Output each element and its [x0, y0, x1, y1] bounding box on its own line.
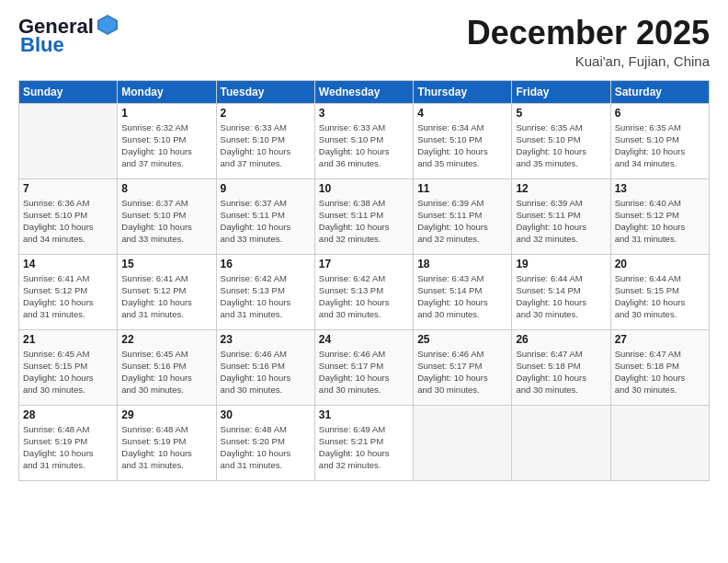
calendar-cell: 24Sunrise: 6:46 AMSunset: 5:17 PMDayligh… — [314, 329, 413, 405]
day-number: 2 — [221, 107, 311, 120]
day-number: 8 — [121, 182, 211, 195]
day-number: 14 — [23, 258, 113, 270]
day-info: Sunrise: 6:41 AMSunset: 5:12 PMDaylight:… — [121, 272, 211, 321]
calendar-cell: 30Sunrise: 6:48 AMSunset: 5:20 PMDayligh… — [216, 405, 314, 480]
day-number: 5 — [516, 107, 606, 120]
header-wednesday: Wednesday — [314, 80, 413, 103]
day-number: 1 — [121, 107, 211, 120]
day-number: 11 — [417, 182, 507, 195]
day-info: Sunrise: 6:48 AMSunset: 5:19 PMDaylight:… — [23, 423, 113, 472]
day-info: Sunrise: 6:49 AMSunset: 5:21 PMDaylight:… — [319, 423, 409, 472]
day-number: 22 — [121, 333, 211, 346]
calendar-body: 1Sunrise: 6:32 AMSunset: 5:10 PMDaylight… — [19, 103, 710, 480]
page-container: General Blue December 2025 Kuai'an, Fuji… — [0, 0, 728, 490]
calendar-cell: 19Sunrise: 6:44 AMSunset: 5:14 PMDayligh… — [512, 254, 610, 329]
day-info: Sunrise: 6:44 AMSunset: 5:15 PMDaylight:… — [615, 272, 705, 321]
calendar-cell — [512, 405, 610, 480]
day-number: 24 — [319, 333, 409, 346]
calendar-cell: 22Sunrise: 6:45 AMSunset: 5:16 PMDayligh… — [118, 329, 216, 405]
day-info: Sunrise: 6:33 AMSunset: 5:10 PMDaylight:… — [319, 121, 409, 170]
day-info: Sunrise: 6:45 AMSunset: 5:15 PMDaylight:… — [23, 348, 113, 396]
day-info: Sunrise: 6:44 AMSunset: 5:14 PMDaylight:… — [516, 272, 606, 321]
calendar-cell: 11Sunrise: 6:39 AMSunset: 5:11 PMDayligh… — [414, 178, 512, 254]
calendar-cell: 6Sunrise: 6:35 AMSunset: 5:10 PMDaylight… — [610, 103, 709, 178]
calendar-cell — [414, 405, 512, 480]
calendar-cell: 1Sunrise: 6:32 AMSunset: 5:10 PMDaylight… — [118, 103, 216, 178]
calendar-header: Sunday Monday Tuesday Wednesday Thursday… — [19, 80, 710, 103]
day-number: 21 — [23, 333, 113, 346]
calendar-week-0: 1Sunrise: 6:32 AMSunset: 5:10 PMDaylight… — [19, 103, 710, 178]
day-number: 19 — [516, 258, 606, 270]
calendar-cell: 28Sunrise: 6:48 AMSunset: 5:19 PMDayligh… — [19, 405, 118, 480]
day-info: Sunrise: 6:48 AMSunset: 5:19 PMDaylight:… — [121, 423, 211, 472]
day-number: 16 — [221, 258, 311, 270]
day-number: 27 — [615, 333, 705, 346]
header-sunday: Sunday — [19, 80, 118, 103]
day-info: Sunrise: 6:46 AMSunset: 5:17 PMDaylight:… — [417, 348, 507, 396]
day-info: Sunrise: 6:47 AMSunset: 5:18 PMDaylight:… — [615, 348, 705, 396]
calendar-cell: 26Sunrise: 6:47 AMSunset: 5:18 PMDayligh… — [512, 329, 610, 405]
day-number: 15 — [121, 258, 211, 270]
header-tuesday: Tuesday — [216, 80, 314, 103]
day-number: 13 — [615, 182, 705, 195]
calendar-cell: 14Sunrise: 6:41 AMSunset: 5:12 PMDayligh… — [19, 254, 118, 329]
day-number: 4 — [417, 107, 507, 120]
day-info: Sunrise: 6:33 AMSunset: 5:10 PMDaylight:… — [221, 121, 311, 170]
day-number: 30 — [221, 408, 311, 421]
title-block: December 2025 Kuai'an, Fujian, China — [467, 15, 710, 69]
calendar-week-3: 21Sunrise: 6:45 AMSunset: 5:15 PMDayligh… — [19, 329, 710, 405]
day-number: 29 — [121, 408, 211, 421]
day-number: 26 — [516, 333, 606, 346]
calendar-cell: 5Sunrise: 6:35 AMSunset: 5:10 PMDaylight… — [512, 103, 610, 178]
day-info: Sunrise: 6:35 AMSunset: 5:10 PMDaylight:… — [516, 121, 606, 170]
calendar-title: December 2025 — [467, 15, 710, 52]
day-number: 20 — [615, 258, 705, 270]
day-number: 28 — [23, 408, 113, 421]
day-info: Sunrise: 6:39 AMSunset: 5:11 PMDaylight:… — [516, 197, 606, 246]
calendar-cell: 16Sunrise: 6:42 AMSunset: 5:13 PMDayligh… — [216, 254, 314, 329]
logo-blue-text: Blue — [20, 33, 119, 57]
day-info: Sunrise: 6:34 AMSunset: 5:10 PMDaylight:… — [417, 121, 507, 170]
calendar-table: Sunday Monday Tuesday Wednesday Thursday… — [18, 80, 710, 481]
calendar-cell: 20Sunrise: 6:44 AMSunset: 5:15 PMDayligh… — [610, 254, 709, 329]
day-number: 7 — [23, 182, 113, 195]
calendar-cell: 25Sunrise: 6:46 AMSunset: 5:17 PMDayligh… — [414, 329, 512, 405]
calendar-cell: 17Sunrise: 6:42 AMSunset: 5:13 PMDayligh… — [314, 254, 413, 329]
calendar-cell: 10Sunrise: 6:38 AMSunset: 5:11 PMDayligh… — [314, 178, 413, 254]
header-saturday: Saturday — [610, 80, 709, 103]
calendar-cell: 3Sunrise: 6:33 AMSunset: 5:10 PMDaylight… — [314, 103, 413, 178]
day-info: Sunrise: 6:42 AMSunset: 5:13 PMDaylight:… — [221, 272, 311, 321]
day-info: Sunrise: 6:48 AMSunset: 5:20 PMDaylight:… — [221, 423, 311, 472]
calendar-cell: 7Sunrise: 6:36 AMSunset: 5:10 PMDaylight… — [19, 178, 118, 254]
day-number: 31 — [319, 408, 409, 421]
day-number: 25 — [417, 333, 507, 346]
logo: General Blue — [18, 15, 119, 57]
day-info: Sunrise: 6:45 AMSunset: 5:16 PMDaylight:… — [121, 348, 211, 396]
calendar-week-2: 14Sunrise: 6:41 AMSunset: 5:12 PMDayligh… — [19, 254, 710, 329]
day-info: Sunrise: 6:38 AMSunset: 5:11 PMDaylight:… — [319, 197, 409, 246]
calendar-subtitle: Kuai'an, Fujian, China — [467, 53, 710, 69]
header-row: Sunday Monday Tuesday Wednesday Thursday… — [19, 80, 710, 103]
calendar-week-4: 28Sunrise: 6:48 AMSunset: 5:19 PMDayligh… — [19, 405, 710, 480]
day-number: 12 — [516, 182, 606, 195]
calendar-cell: 2Sunrise: 6:33 AMSunset: 5:10 PMDaylight… — [216, 103, 314, 178]
calendar-cell — [610, 405, 709, 480]
calendar-week-1: 7Sunrise: 6:36 AMSunset: 5:10 PMDaylight… — [19, 178, 710, 254]
day-info: Sunrise: 6:37 AMSunset: 5:10 PMDaylight:… — [121, 197, 211, 246]
calendar-cell: 4Sunrise: 6:34 AMSunset: 5:10 PMDaylight… — [414, 103, 512, 178]
calendar-cell: 29Sunrise: 6:48 AMSunset: 5:19 PMDayligh… — [118, 405, 216, 480]
calendar-cell: 9Sunrise: 6:37 AMSunset: 5:11 PMDaylight… — [216, 178, 314, 254]
day-info: Sunrise: 6:43 AMSunset: 5:14 PMDaylight:… — [417, 272, 507, 321]
day-info: Sunrise: 6:42 AMSunset: 5:13 PMDaylight:… — [319, 272, 409, 321]
day-info: Sunrise: 6:32 AMSunset: 5:10 PMDaylight:… — [121, 121, 211, 170]
calendar-cell: 31Sunrise: 6:49 AMSunset: 5:21 PMDayligh… — [314, 405, 413, 480]
calendar-cell: 23Sunrise: 6:46 AMSunset: 5:16 PMDayligh… — [216, 329, 314, 405]
day-number: 9 — [221, 182, 311, 195]
header-monday: Monday — [118, 80, 216, 103]
calendar-cell: 13Sunrise: 6:40 AMSunset: 5:12 PMDayligh… — [610, 178, 709, 254]
calendar-cell: 15Sunrise: 6:41 AMSunset: 5:12 PMDayligh… — [118, 254, 216, 329]
calendar-cell: 8Sunrise: 6:37 AMSunset: 5:10 PMDaylight… — [118, 178, 216, 254]
day-info: Sunrise: 6:39 AMSunset: 5:11 PMDaylight:… — [417, 197, 507, 246]
day-info: Sunrise: 6:46 AMSunset: 5:16 PMDaylight:… — [221, 348, 311, 396]
calendar-cell: 12Sunrise: 6:39 AMSunset: 5:11 PMDayligh… — [512, 178, 610, 254]
